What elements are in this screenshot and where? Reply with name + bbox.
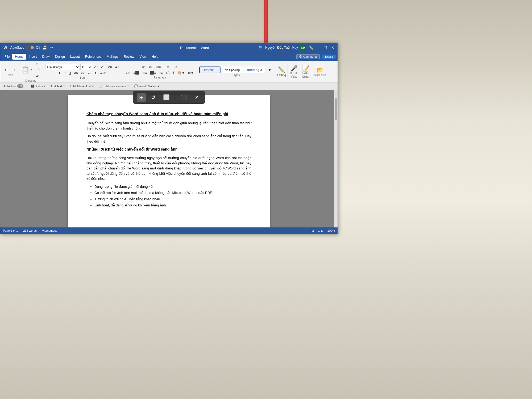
dictate-btn[interactable]: 🎤 Dictate: [290, 65, 298, 75]
qa-multilevel-icon: ⊞: [70, 84, 72, 88]
minimize-button[interactable]: —: [315, 45, 321, 50]
share-button[interactable]: Share: [322, 54, 336, 59]
bold-button[interactable]: B: [58, 70, 63, 76]
align-left-button[interactable]: ≡⬅: [124, 70, 131, 76]
scrollbar-thumb[interactable]: [335, 98, 337, 120]
menu-mailings[interactable]: Mailings: [104, 54, 121, 60]
clear-format-button[interactable]: A×: [114, 65, 120, 69]
user-name: Nguyễn Đức Tuấn Huy: [265, 46, 298, 49]
qa-styles[interactable]: 🅰 Styles ▼: [30, 84, 47, 88]
document-page[interactable]: Khám phá mẹo chuyển Word sang ảnh đơn gi…: [68, 95, 270, 227]
autosave-toggle[interactable]: [26, 45, 34, 50]
qa-autosave-toggle[interactable]: Off: [17, 84, 23, 88]
comments-button[interactable]: 💬 Comments: [296, 54, 320, 59]
menu-help[interactable]: Help: [149, 54, 161, 60]
reuse-files-btn[interactable]: 📂 Reuse Files: [313, 67, 326, 76]
menu-view[interactable]: View: [137, 54, 149, 60]
document-para2: Do đó, bài viết dưới đây Sforum sẽ hướng…: [86, 134, 251, 144]
decrease-font-button[interactable]: A↓: [100, 64, 106, 70]
qa-toc[interactable]: 📑 Table of Contents ▼: [97, 84, 131, 88]
justify-button[interactable]: ⬛≡: [149, 70, 157, 76]
styles-group: Normal No Spacing Heading 3 ▼ Styles: [198, 62, 275, 81]
undo-row: ↩ ↪: [3, 66, 16, 73]
line-spacing-button[interactable]: ↕≡: [158, 70, 164, 76]
view-icons[interactable]: ⊞ ⊡: [318, 229, 323, 232]
italic-button[interactable]: I: [63, 70, 67, 76]
focus-mode-reading-btn[interactable]: ⬜: [161, 93, 172, 102]
pen-icon[interactable]: ✏️: [309, 45, 313, 50]
reuse-files-label: Reuse Files: [313, 74, 326, 76]
font-size-selector[interactable]: 11: [80, 64, 92, 70]
font-selector[interactable]: Arial (Body): [45, 64, 80, 70]
qa-insert-citation[interactable]: 💬 Insert Citation ▼: [133, 84, 161, 88]
bullet-list-button[interactable]: ≡•: [141, 64, 147, 70]
qa-styles-icon: 🅰: [31, 85, 34, 88]
vertical-scrollbar[interactable]: [334, 90, 338, 227]
styles-more-button[interactable]: ▼: [266, 66, 273, 73]
status-bar: Page 1 of 1 212 words Vietnamese ⊡ ⊞ ⊡ 1…: [0, 227, 338, 234]
redo-button[interactable]: ↪: [10, 66, 16, 73]
editing-btn[interactable]: ✏️ Editing: [277, 66, 286, 77]
menu-file[interactable]: File: [2, 54, 12, 60]
qa-autosave[interactable]: AutoSave Off: [2, 84, 25, 88]
increase-font-button[interactable]: A↑: [93, 64, 99, 70]
multilevel-list-button[interactable]: ⊞≡: [155, 64, 162, 70]
qa-multilevel[interactable]: ⊞ Multilevel List ▼: [69, 84, 95, 88]
close-button[interactable]: ✕: [330, 45, 335, 50]
style-heading3-button[interactable]: Heading 3: [244, 66, 265, 73]
superscript-button[interactable]: x2: [86, 70, 93, 76]
copy-button[interactable]: 📄: [34, 67, 41, 73]
cut-button[interactable]: ✂: [34, 61, 41, 67]
style-normal-button[interactable]: Normal: [199, 66, 221, 73]
undo-button[interactable]: ↩: [3, 66, 10, 73]
menu-draw[interactable]: Draw: [39, 54, 52, 60]
number-list-button[interactable]: ≡1: [147, 64, 154, 70]
format-painter-button[interactable]: 🖌: [34, 73, 41, 79]
menu-references[interactable]: References: [82, 54, 104, 60]
search-icon[interactable]: 🔍: [259, 45, 263, 50]
editor-btn[interactable]: 📝 Editor: [302, 65, 309, 75]
change-case-button[interactable]: Aa: [107, 64, 113, 70]
sort-button[interactable]: ↕A: [164, 70, 171, 76]
menu-layout[interactable]: Layout: [68, 54, 82, 60]
styles-label: Styles: [232, 74, 240, 77]
font-color-button[interactable]: A: [93, 71, 98, 76]
menu-insert[interactable]: Insert: [26, 54, 39, 60]
menu-home[interactable]: Home: [12, 54, 26, 60]
document-title: Khám phá mẹo chuyển Word sang ảnh đơn gi…: [86, 111, 251, 117]
focus-mode-icon[interactable]: ⊡: [311, 229, 314, 232]
focus-mode-layout-btn[interactable]: ⊞: [137, 93, 146, 102]
save-icon[interactable]: 💾: [42, 45, 47, 50]
voice-label: Voice: [291, 75, 297, 78]
focus-mode-web-btn[interactable]: ↺: [149, 93, 158, 102]
underline-button[interactable]: U: [67, 70, 72, 76]
clipboard-label: Clipboard: [25, 79, 36, 82]
autosave-area: AutoSave Off: [10, 45, 40, 50]
user-avatar[interactable]: NH: [300, 44, 306, 51]
bullet-item-1: Dung lượng file được giảm đi đáng kể.: [94, 184, 251, 189]
highlight-button[interactable]: ab▼: [99, 71, 108, 76]
focus-close-btn[interactable]: ✕: [193, 93, 201, 101]
menu-review[interactable]: Review: [121, 54, 137, 60]
qa-add-text[interactable]: Add Text ▼: [49, 84, 67, 88]
borders-button[interactable]: ⊞▼: [187, 70, 195, 76]
shading-button[interactable]: 🎨▼: [176, 70, 186, 76]
document-area[interactable]: ⊞ ↺ ⬜ ⬛ ✕ Khám phá mẹo chuyển Word sang …: [0, 90, 338, 227]
align-center-button[interactable]: ≡⬛: [132, 70, 140, 76]
font-label: Font: [80, 76, 85, 79]
show-hide-button[interactable]: ¶: [171, 70, 176, 76]
decrease-indent-button[interactable]: ←≡: [163, 64, 170, 70]
focus-mode-immersive-btn[interactable]: ⬛: [178, 93, 189, 102]
qa-styles-label: Styles: [35, 85, 43, 88]
strikethrough-button[interactable]: ab: [73, 70, 79, 76]
undo-icon[interactable]: ↩: [49, 45, 54, 50]
editor-group: 📝 Editor Editor: [301, 62, 311, 81]
subscript-button[interactable]: x2: [80, 70, 86, 76]
style-no-spacing-button[interactable]: No Spacing: [222, 66, 243, 73]
align-right-button[interactable]: ⬅≡: [141, 70, 148, 76]
increase-indent-button[interactable]: →≡: [171, 64, 178, 70]
restore-button[interactable]: ❐: [323, 45, 328, 50]
menu-design[interactable]: Design: [52, 54, 67, 60]
paste-button[interactable]: 📋 ▼: [20, 65, 34, 74]
zoom-level[interactable]: 100%: [327, 229, 335, 232]
